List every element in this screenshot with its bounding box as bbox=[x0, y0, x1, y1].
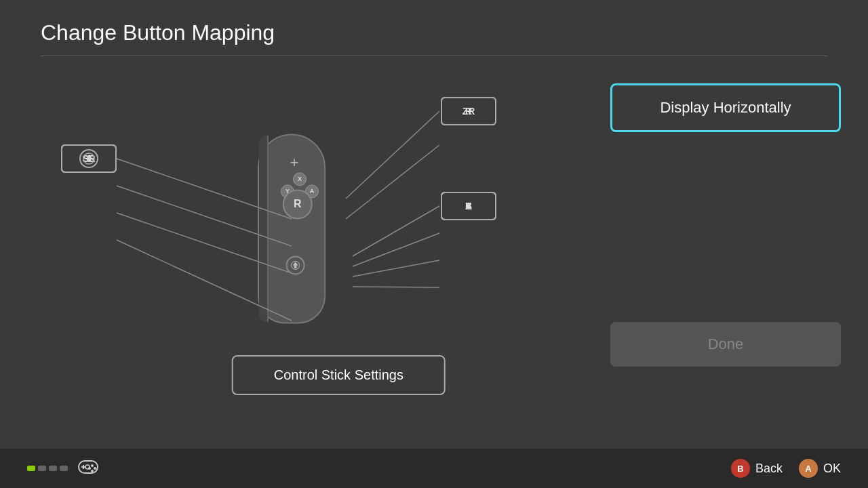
b-button-icon: B bbox=[731, 459, 750, 478]
home-icon bbox=[291, 260, 300, 270]
controller-scene: + SR SL R ZR R X A B Y bbox=[0, 56, 583, 409]
svg-point-18 bbox=[94, 467, 96, 470]
svg-line-8 bbox=[346, 111, 439, 199]
svg-line-12 bbox=[353, 260, 439, 277]
r-circle-label: R bbox=[79, 149, 98, 168]
svg-marker-3 bbox=[293, 262, 298, 268]
joycon-home bbox=[286, 256, 305, 274]
svg-point-21 bbox=[85, 465, 90, 469]
svg-line-13 bbox=[353, 287, 439, 287]
gamepad-icon bbox=[76, 455, 100, 477]
r-stick-icon: R bbox=[83, 152, 95, 165]
r-stick-button[interactable]: R bbox=[61, 144, 117, 173]
header: Change Button Mapping bbox=[0, 0, 868, 45]
svg-text:R: R bbox=[87, 156, 92, 163]
svg-line-10 bbox=[353, 206, 439, 256]
svg-point-17 bbox=[91, 464, 94, 467]
controller-icon bbox=[76, 455, 100, 482]
display-horizontally-button[interactable]: Display Horizontally bbox=[610, 83, 841, 132]
right-panel: Display Horizontally Done bbox=[610, 70, 841, 367]
joycon-controller: + X Y A B R bbox=[258, 134, 326, 323]
dot-1 bbox=[27, 466, 35, 471]
a-button-icon: A bbox=[799, 459, 818, 478]
svg-point-20 bbox=[91, 470, 94, 472]
dot-4 bbox=[60, 466, 68, 471]
svg-line-11 bbox=[353, 233, 439, 266]
ok-footer-btn: A OK bbox=[799, 459, 841, 478]
joycon-rail bbox=[259, 135, 269, 322]
joycon-plus-icon: + bbox=[290, 154, 298, 171]
done-button[interactable]: Done bbox=[610, 322, 841, 367]
footer-right: B Back A OK bbox=[731, 459, 841, 478]
footer: B Back A OK bbox=[0, 449, 868, 488]
joycon-body: + X Y A B R bbox=[258, 134, 326, 323]
control-stick-settings-button[interactable]: Control Stick Settings bbox=[232, 355, 446, 395]
footer-left bbox=[27, 455, 100, 482]
joycon-r-stick: R bbox=[283, 189, 313, 219]
indicator-dots bbox=[27, 466, 68, 471]
page-title: Change Button Mapping bbox=[41, 20, 827, 45]
dot-2 bbox=[38, 466, 46, 471]
joycon-x: X bbox=[293, 172, 307, 186]
r-button[interactable]: R bbox=[441, 97, 496, 125]
dot-3 bbox=[49, 466, 57, 471]
svg-line-9 bbox=[346, 145, 439, 219]
y-button[interactable]: Y bbox=[441, 192, 496, 220]
back-footer-btn: B Back bbox=[731, 459, 783, 478]
